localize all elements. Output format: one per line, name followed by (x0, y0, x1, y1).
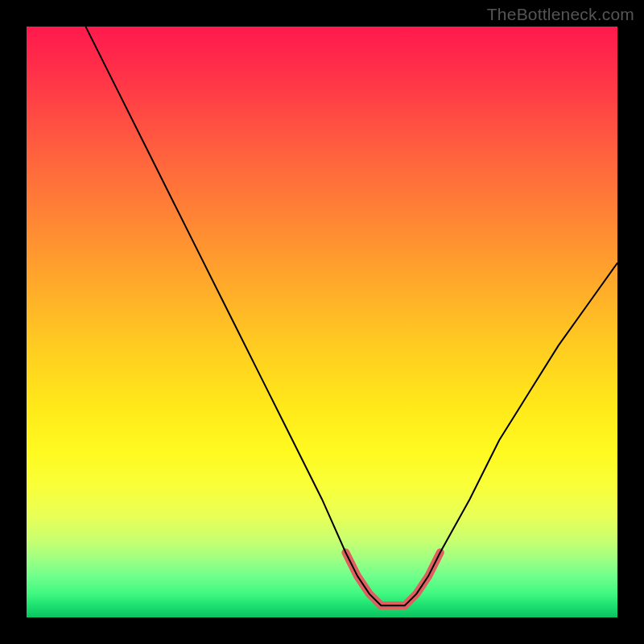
chart-container: TheBottleneck.com (0, 0, 644, 644)
plot-area (27, 27, 617, 617)
watermark-text: TheBottleneck.com (487, 5, 634, 24)
main-curve-path (85, 27, 617, 605)
curve-svg (27, 27, 617, 617)
